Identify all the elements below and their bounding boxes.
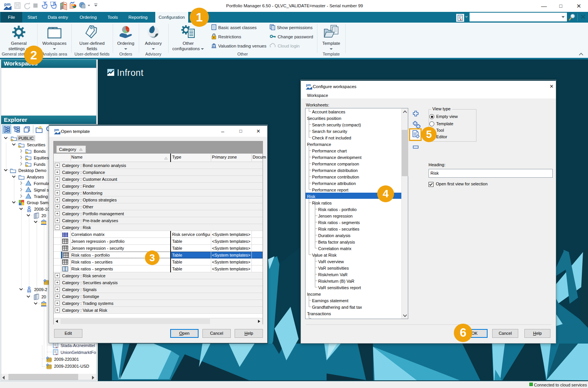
svg-text:Transactions: Transactions (307, 311, 331, 316)
svg-text:pm: pm (4, 2, 11, 7)
svg-text:Jensen regression: Jensen regression (318, 214, 353, 218)
svg-text:Funds: Funds (34, 162, 46, 167)
svg-text:Signal s: Signal s (34, 188, 49, 192)
svg-text:Risk ratios: Risk ratios (312, 201, 332, 205)
svg-text:PUBLIC: PUBLIC (18, 136, 34, 141)
svg-text:20: 20 (41, 295, 46, 299)
svg-text:Correlation matrix: Correlation matrix (318, 246, 351, 251)
svg-text:Performance comparison: Performance comparison (312, 162, 359, 166)
svg-text:Performance distribution: Performance distribution (312, 168, 358, 173)
svg-text:2009-220301-USD: 2009-220301-USD (54, 364, 89, 368)
svg-text:VaR sensitivities: VaR sensitivities (318, 266, 349, 270)
svg-text:Account balances: Account balances (312, 110, 345, 114)
svg-text:Securities position: Securities position (307, 116, 341, 121)
svg-text:Earnings statement: Earnings statement (312, 298, 348, 303)
svg-text:Risk/return VaR: Risk/return VaR (318, 272, 348, 277)
svg-text:Bonds: Bonds (34, 149, 46, 154)
svg-text:Risk/return (B) VaR: Risk/return (B) VaR (318, 279, 355, 283)
svg-text:2009-220301: 2009-220301 (54, 357, 79, 362)
svg-text:Stada-Arzneimittel: Stada-Arzneimittel (61, 343, 95, 348)
svg-text:VaR overview: VaR overview (318, 259, 344, 264)
svg-text:pm: pm (306, 83, 311, 87)
svg-text:Performance chart: Performance chart (312, 149, 347, 153)
svg-text:Analyses: Analyses (27, 175, 44, 179)
svg-text:Risk ratios - portfolio: Risk ratios - portfolio (318, 207, 356, 212)
svg-text:20: 20 (41, 213, 46, 218)
svg-text:Value at Risk: Value at Risk (312, 253, 337, 257)
svg-text:VaR sensitivities report: VaR sensitivities report (318, 285, 361, 290)
svg-text:Risk: Risk (307, 194, 315, 199)
svg-text:Search security (compact): Search security (compact) (312, 123, 361, 127)
svg-text:Desktop Demo: Desktop Demo (18, 168, 46, 173)
svg-text:Grandfathering and flat tax: Grandfathering and flat tax (312, 305, 362, 309)
svg-text:Performance contribution: Performance contribution (312, 175, 359, 179)
svg-text:2008-10: 2008-10 (34, 207, 49, 211)
svg-text:Search for security: Search for security (312, 129, 347, 134)
svg-text:Trading: Trading (34, 194, 48, 199)
svg-text:Duration analysis: Duration analysis (318, 233, 351, 238)
svg-text:Performance development: Performance development (312, 155, 361, 160)
svg-text:Record: Record (312, 318, 325, 319)
svg-text:Beta factor analysis: Beta factor analysis (318, 240, 355, 244)
svg-text:Risk ratios - securities: Risk ratios - securities (318, 227, 360, 231)
svg-text:2009-2: 2009-2 (34, 287, 47, 292)
svg-text:Performance attribution: Performance attribution (312, 181, 356, 186)
svg-text:Performance report: Performance report (312, 188, 348, 192)
svg-text:Performance: Performance (307, 142, 331, 147)
svg-text:Risk ratios - segments: Risk ratios - segments (318, 220, 360, 225)
svg-text:Securities: Securities (27, 142, 46, 147)
svg-text:Income: Income (307, 292, 321, 296)
svg-text:Infront: Infront (117, 68, 143, 78)
svg-text:Equities: Equities (34, 156, 49, 160)
svg-text:pm: pm (54, 128, 59, 132)
svg-text:Check if not included: Check if not included (312, 136, 351, 140)
svg-text:UnionGeldmarktFond: UnionGeldmarktFond (61, 350, 97, 355)
